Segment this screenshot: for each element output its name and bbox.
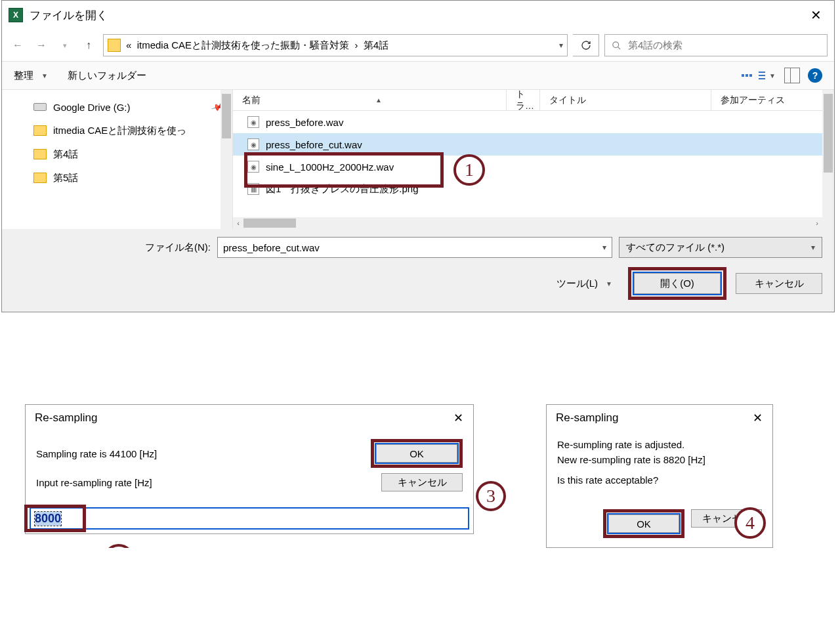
column-track[interactable]: トラ… [507,89,539,112]
secondary-dialogs: Re-sampling ✕ Sampling rate is 44100 [Hz… [25,404,840,548]
file-row[interactable]: ◉ sine_L_1000Hz_2000Hz.wav [233,156,834,178]
file-row[interactable]: ◉ press_before_cut.wav [233,133,834,156]
resample-rate-input[interactable]: 8000 [30,507,469,530]
organize-menu[interactable]: 整理▼ [14,70,48,82]
file-name-label: press_before_cut.wav [266,139,362,150]
view-mode-button[interactable]: ▼ [738,67,776,84]
file-name-label: sine_L_1000Hz_2000Hz.wav [266,161,394,173]
address-row: ← → ▾ ↑ « itmedia CAEと計測技術を使った振動・騒音対策 › … [2,30,834,61]
file-filter-select[interactable]: すべてのファイル (*.*) ▾ [619,237,822,258]
column-name[interactable]: 名前 ▲ [233,94,506,106]
search-placeholder: 第4話の検索 [628,39,682,52]
drive-icon [33,103,47,111]
breadcrumb: « itmedia CAEと計測技術を使った振動・騒音対策 › 第4話 [126,39,554,52]
file-row[interactable]: ◉ press_before.wav [233,111,834,133]
filename-input[interactable]: press_before_cut.wav ▾ [217,237,612,258]
ok-button[interactable]: OK [376,444,457,463]
annotation-open-highlight: 開く(O) [628,267,726,300]
sidebar-item-itmedia[interactable]: itmedia CAEと計測技術を使っ [9,119,232,142]
tools-menu[interactable]: ツール(L)▼ [556,278,612,290]
sort-asc-icon: ▲ [375,96,382,104]
filename-label: ファイル名(N): [14,241,211,254]
back-button[interactable]: ← [9,36,27,54]
ok-button[interactable]: OK [608,514,679,533]
file-list: 名前 ▲ トラ… タイトル 参加アーティス ◉ press_before.wav… [233,90,834,229]
folder-icon [33,173,47,183]
annotation-ok-highlight: OK [371,439,463,468]
dialog-title: ファイルを開く [30,8,800,23]
sidebar-item-label: Google Drive (G:) [53,102,131,113]
chevron-down-icon[interactable]: ▾ [559,41,563,50]
filelist-vscrollbar[interactable] [822,90,834,229]
open-button[interactable]: 開く(O) [634,273,721,294]
wav-file-icon: ◉ [247,161,259,173]
file-list-body: ◉ press_before.wav ◉ press_before_cut.wa… [233,111,834,200]
address-bar[interactable]: « itmedia CAEと計測技術を使った振動・騒音対策 › 第4話 ▾ [103,34,568,56]
file-open-dialog: X ファイルを開く ✕ ← → ▾ ↑ « itmedia CAEと計測技術を使… [1,0,835,312]
wav-file-icon: ◉ [247,116,259,128]
msg-line-1: Re-sumpling rate is adjusted. [557,439,762,450]
file-name-label: 図1 打抜きプレスの音圧波形.png [266,183,419,196]
filelist-hscrollbar[interactable]: ‹› [233,217,822,229]
chevron-down-icon[interactable]: ▾ [602,243,606,252]
sidebar-item-label: 第5話 [53,172,78,184]
msg-line-3: Is this rate acceptable? [557,474,762,486]
resampling-dialog-1: Re-sampling ✕ Sampling rate is 44100 [Hz… [25,404,474,534]
annotation-circle-4: 4 [734,507,766,539]
new-folder-button[interactable]: 新しいフォルダー [68,70,146,82]
search-input[interactable]: 第4話の検索 [604,34,828,56]
main-area: Google Drive (G:) 📌 itmedia CAEと計測技術を使っ … [2,90,834,229]
annotation-ok-highlight: OK [603,509,684,538]
excel-icon: X [9,8,23,22]
msg-line-2: New re-sumpling rate is 8820 [Hz] [557,454,762,465]
refresh-button[interactable] [573,34,599,56]
cancel-button[interactable]: キャンセル [736,273,822,294]
close-button[interactable]: ✕ [448,411,468,425]
wav-file-icon: ◉ [247,138,259,150]
search-icon [612,41,621,51]
preview-pane-button[interactable] [784,68,800,83]
sidebar-item-label: 第4話 [53,148,78,161]
annotation-circle-2: 2 [103,544,135,548]
titlebar: X ファイルを開く ✕ [2,1,834,30]
sidebar-item-gdrive[interactable]: Google Drive (G:) 📌 [9,95,232,119]
sidebar-item-label: itmedia CAEと計測技術を使っ [53,125,186,137]
folder-icon [108,39,121,52]
svg-point-0 [613,41,619,47]
dialog-bottom: ファイル名(N): press_before_cut.wav ▾ すべてのファイ… [2,229,834,312]
dialog-title: Re-sampling [35,411,448,425]
annotation-circle-1: 1 [453,154,485,186]
forward-button[interactable]: → [32,36,51,54]
sampling-rate-label: Sampling rate is 44100 [Hz] [36,448,157,459]
dialog-titlebar: Re-sampling ✕ [547,405,772,431]
resampling-dialog-2: Re-sampling ✕ Re-sumpling rate is adjust… [546,404,773,548]
folder-icon [33,125,47,136]
history-chevron-icon[interactable]: ▾ [56,36,74,54]
png-file-icon: ▦ [247,183,259,195]
toolbar: 整理▼ 新しいフォルダー ▼ ? [2,61,834,90]
file-name-label: press_before.wav [266,117,343,128]
close-button[interactable]: ✕ [800,3,831,27]
file-list-header: 名前 ▲ トラ… タイトル 参加アーティス [233,90,834,111]
sidebar-item-ep4[interactable]: 第4話 [9,142,232,166]
cancel-button[interactable]: キャンセル [381,473,463,491]
sidebar-item-ep5[interactable]: 第5話 [9,166,232,190]
dialog-title: Re-sampling [556,411,747,425]
file-row[interactable]: ▦ 図1 打抜きプレスの音圧波形.png [233,178,834,200]
folder-icon [33,149,47,159]
nav-sidebar: Google Drive (G:) 📌 itmedia CAEと計測技術を使っ … [2,90,233,229]
help-icon[interactable]: ? [808,68,822,83]
chevron-down-icon[interactable]: ▾ [811,243,815,252]
column-title[interactable]: タイトル [540,94,711,106]
sidebar-scrollbar[interactable] [220,90,232,229]
dialog-titlebar: Re-sampling ✕ [26,405,473,431]
up-button[interactable]: ↑ [79,36,98,54]
close-button[interactable]: ✕ [747,411,767,425]
column-artist[interactable]: 参加アーティス [711,94,834,106]
input-rate-label: Input re-sampling rate [Hz] [36,477,152,488]
annotation-circle-3: 3 [476,481,506,511]
